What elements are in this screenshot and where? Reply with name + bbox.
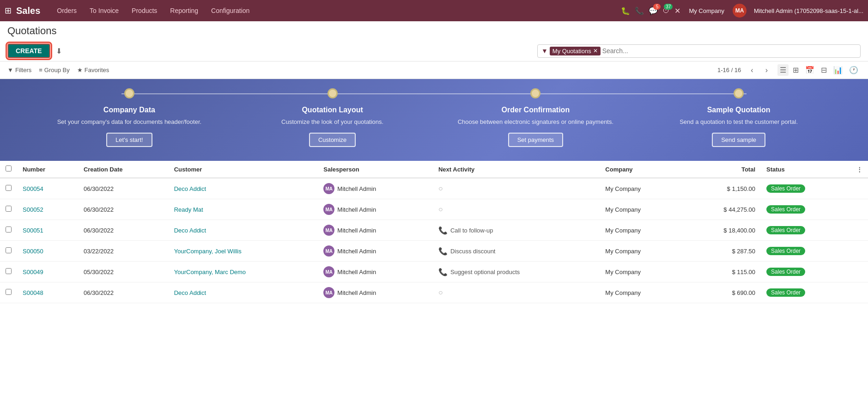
row-status: Sales Order: [761, 178, 851, 199]
action-buttons: CREATE ⬇: [7, 43, 65, 58]
step-button-2[interactable]: Customize: [309, 133, 356, 147]
nav-to-invoice[interactable]: To Invoice: [84, 0, 124, 21]
row-checkbox-5[interactable]: [6, 289, 12, 295]
row-total: $ 287.50: [684, 241, 761, 262]
download-button[interactable]: ⬇: [53, 45, 65, 57]
row-checkbox-0[interactable]: [6, 185, 12, 191]
row-customer[interactable]: Deco Addict: [169, 282, 318, 303]
filter-tag-remove[interactable]: ✕: [593, 48, 598, 54]
row-customer[interactable]: Ready Mat: [169, 199, 318, 220]
row-customer[interactable]: Deco Addict: [169, 178, 318, 199]
step-button-1[interactable]: Let's start!: [106, 133, 152, 147]
apps-icon[interactable]: ⊞: [5, 6, 12, 16]
row-options[interactable]: [851, 262, 868, 282]
graph-view-button[interactable]: 📊: [831, 64, 845, 76]
table-row: S0005003/22/2022YourCompany, Joel Willis…: [0, 241, 868, 262]
row-number[interactable]: S00050: [17, 241, 78, 262]
salesperson-avatar: MA: [323, 266, 334, 277]
create-button[interactable]: CREATE: [7, 43, 50, 58]
calendar-view-button[interactable]: 📅: [803, 64, 817, 76]
filter-funnel-icon: ▼: [7, 67, 13, 73]
col-options[interactable]: ⋮: [851, 161, 868, 178]
row-total: $ 44,275.00: [684, 199, 761, 220]
row-options[interactable]: [851, 282, 868, 303]
prev-page-button[interactable]: ‹: [748, 65, 755, 76]
col-status: Status: [761, 161, 851, 178]
row-checkbox-1[interactable]: [6, 206, 12, 212]
select-all-header[interactable]: [0, 161, 17, 178]
col-next-activity: Next Activity: [433, 161, 600, 178]
row-checkbox-2[interactable]: [6, 226, 12, 233]
pagination-info: 1-16 / 16: [717, 67, 741, 73]
row-salesperson: MAMitchell Admin: [318, 199, 433, 220]
col-customer: Customer: [169, 161, 318, 178]
row-next-activity: 📞Discuss discount: [433, 241, 600, 262]
setup-step-company-data: Company Data Set your company's data for…: [28, 88, 231, 147]
groupby-button[interactable]: ≡ Group By: [39, 67, 70, 73]
timer-icon[interactable]: ⏱ 37: [662, 6, 670, 15]
row-number[interactable]: S00048: [17, 282, 78, 303]
step-button-4[interactable]: Send sample: [712, 133, 765, 147]
search-bar-row: CREATE ⬇ ▼ My Quotations ✕: [0, 41, 868, 61]
phone-icon[interactable]: 📞: [635, 6, 644, 15]
status-badge: Sales Order: [766, 184, 805, 193]
row-status: Sales Order: [761, 220, 851, 241]
row-creation-date: 06/30/2022: [78, 282, 169, 303]
row-options[interactable]: [851, 178, 868, 199]
top-navigation: ⊞ Sales Orders To Invoice Products Repor…: [0, 0, 868, 21]
close-icon[interactable]: ✕: [674, 6, 680, 15]
row-number[interactable]: S00054: [17, 178, 78, 199]
activity-label: Call to follow-up: [450, 227, 493, 234]
favorites-label: Favorites: [85, 67, 109, 73]
activity-icon-none: ○: [438, 184, 443, 192]
next-page-button[interactable]: ›: [763, 65, 770, 76]
row-options[interactable]: [851, 199, 868, 220]
groupby-label: Group By: [44, 67, 70, 73]
row-options[interactable]: [851, 220, 868, 241]
list-view-button[interactable]: ☰: [777, 64, 789, 76]
salesperson-avatar: MA: [323, 287, 334, 298]
select-all-checkbox[interactable]: [6, 165, 12, 171]
row-salesperson: MAMitchell Admin: [318, 282, 433, 303]
nav-products[interactable]: Products: [126, 0, 163, 21]
page-title: Quotations: [7, 25, 861, 37]
activity-view-button[interactable]: 🕐: [847, 64, 861, 76]
row-company: My Company: [600, 199, 683, 220]
row-customer[interactable]: YourCompany, Marc Demo: [169, 262, 318, 282]
row-customer[interactable]: Deco Addict: [169, 220, 318, 241]
row-company: My Company: [600, 220, 683, 241]
row-number[interactable]: S00049: [17, 262, 78, 282]
salesperson-avatar: MA: [323, 204, 334, 215]
row-checkbox-3[interactable]: [6, 247, 12, 253]
nav-orders[interactable]: Orders: [51, 0, 82, 21]
row-number[interactable]: S00052: [17, 199, 78, 220]
step-button-3[interactable]: Set payments: [508, 133, 564, 147]
row-creation-date: 06/30/2022: [78, 178, 169, 199]
favorites-button[interactable]: ★ Favorites: [77, 67, 109, 73]
filters-button[interactable]: ▼ Filters: [7, 67, 31, 73]
salesperson-name: Mitchell Admin: [337, 269, 376, 275]
row-next-activity: ○: [433, 199, 600, 220]
table-row: S0005106/30/2022Deco AddictMAMitchell Ad…: [0, 220, 868, 241]
row-customer[interactable]: YourCompany, Joel Willis: [169, 241, 318, 262]
kanban-view-button[interactable]: ⊞: [790, 64, 801, 76]
row-checkbox-4[interactable]: [6, 268, 12, 274]
search-input[interactable]: [602, 47, 856, 55]
row-salesperson: MAMitchell Admin: [318, 241, 433, 262]
chat-icon[interactable]: 💬 5: [649, 6, 658, 15]
filter-tag-label: My Quotations: [552, 48, 591, 55]
debug-icon[interactable]: 🐛: [621, 6, 630, 15]
step-title-2: Quotation Layout: [302, 106, 363, 114]
salesperson-name: Mitchell Admin: [337, 248, 376, 255]
setup-step-sample-quotation: Sample Quotation Send a quotation to tes…: [637, 88, 840, 147]
nav-configuration[interactable]: Configuration: [206, 0, 255, 21]
nav-reporting[interactable]: Reporting: [164, 0, 204, 21]
salesperson-name: Mitchell Admin: [337, 185, 376, 192]
quotations-table: Number Creation Date Customer Salesperso…: [0, 161, 868, 303]
row-status: Sales Order: [761, 241, 851, 262]
table-row: S0005206/30/2022Ready MatMAMitchell Admi…: [0, 199, 868, 220]
pivot-view-button[interactable]: ⊟: [819, 64, 829, 76]
setup-banner: Company Data Set your company's data for…: [0, 79, 868, 161]
row-options[interactable]: [851, 241, 868, 262]
row-number[interactable]: S00051: [17, 220, 78, 241]
